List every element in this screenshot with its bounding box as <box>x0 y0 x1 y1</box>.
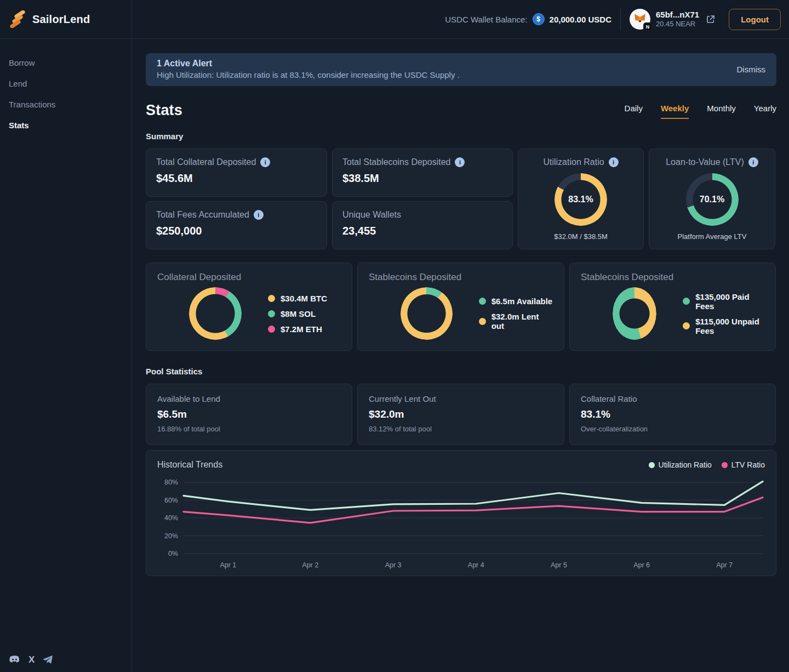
legend-dot <box>268 310 275 317</box>
near-badge: N <box>643 22 652 31</box>
period-tabs: Daily Weekly Monthly Yearly <box>625 104 776 119</box>
pool-caption: 16.88% of total pool <box>157 425 341 433</box>
sidebar: Borrow Lend Transactions Stats X <box>0 39 132 672</box>
stat-card-total-collateral: Total Collateral Deposited i $45.6M <box>146 149 327 197</box>
collateral-donut <box>189 287 242 340</box>
sidebar-social: X <box>9 655 53 664</box>
gauge-card-ltv: Loan-to-Value (LTV) i 70.1% Platform Ave… <box>649 149 775 249</box>
summary-heading: Summary <box>146 132 776 141</box>
gauge-percent: 83.1% <box>554 173 607 226</box>
pool-heading: Pool Statistics <box>146 367 776 376</box>
trend-legend: Utilization Ratio LTV Ratio <box>649 460 765 469</box>
page-title: Stats <box>146 102 182 119</box>
x-twitter-icon[interactable]: X <box>28 655 35 664</box>
donut-card-fees: Stablecoins Deposited $135,000 Paid Fees… <box>569 263 776 351</box>
svg-text:Apr 6: Apr 6 <box>633 561 650 569</box>
stat-value: $38.5M <box>342 172 502 185</box>
wallet-balance: USDC Wallet Balance: $ 20,000.00 USDC <box>445 13 611 25</box>
sailorlend-logo-icon <box>9 10 26 28</box>
trend-title: Historical Trends <box>157 460 222 470</box>
usdc-icon: $ <box>533 13 545 25</box>
sidebar-item-lend[interactable]: Lend <box>0 74 132 93</box>
sidebar-item-stats[interactable]: Stats <box>0 116 132 135</box>
discord-icon[interactable] <box>9 656 20 664</box>
donut-card-title: Collateral Deposited <box>157 272 341 283</box>
legend-label: $30.4M BTC <box>281 294 327 303</box>
stat-title: Total Collateral Deposited <box>156 157 256 167</box>
info-icon[interactable]: i <box>260 157 270 167</box>
info-icon[interactable]: i <box>455 157 465 167</box>
gauge-caption: Platform Average LTV <box>678 232 747 241</box>
trend-chart-svg: 0%20%40%60%80%Apr 1Apr 2Apr 3Apr 4Apr 5A… <box>157 474 765 572</box>
svg-text:Apr 2: Apr 2 <box>302 561 319 569</box>
metamask-avatar: N <box>630 9 650 30</box>
info-icon[interactable]: i <box>609 157 619 167</box>
legend-label: $8M SOL <box>281 309 316 318</box>
stats-header: Stats Daily Weekly Monthly Yearly <box>146 102 776 119</box>
topbar: SailorLend USDC Wallet Balance: $ 20,000… <box>0 0 789 39</box>
legend-dot <box>268 326 275 333</box>
donut-legend: $30.4M BTC $8M SOL $7.2M ETH <box>268 294 327 334</box>
stat-value: 23,455 <box>342 225 502 237</box>
legend-dot <box>683 298 690 305</box>
legend-dot <box>722 462 728 468</box>
sidebar-item-borrow[interactable]: Borrow <box>0 53 132 72</box>
brand-name: SailorLend <box>32 13 90 26</box>
stat-card-unique-wallets: Unique Wallets 23,455 <box>332 201 513 249</box>
account-box[interactable]: N 65bf...nX71 20.45 NEAR <box>630 9 716 30</box>
svg-text:Apr 4: Apr 4 <box>468 561 484 569</box>
sidebar-item-transactions[interactable]: Transactions <box>0 95 132 114</box>
gauge-title: Loan-to-Value (LTV) <box>666 157 744 167</box>
donut-legend: $135,000 Paid Fees $115,000 Unpaid Fees <box>683 292 764 335</box>
svg-text:20%: 20% <box>164 532 178 540</box>
tab-weekly[interactable]: Weekly <box>661 104 689 119</box>
donut-cards-row: Collateral Deposited $30.4M BTC $8M SOL <box>146 263 776 351</box>
legend-label: Utilization Ratio <box>659 460 712 469</box>
legend-dot <box>683 322 690 329</box>
donut-legend: $6.5m Available $32.0m Lent out <box>479 297 553 331</box>
legend-dot <box>649 462 655 468</box>
pool-value: $32.0m <box>369 408 553 420</box>
fees-donut <box>613 287 656 340</box>
stat-card-total-stablecoins: Total Stablecoins Deposited i $38.5M <box>332 149 513 197</box>
svg-text:Apr 1: Apr 1 <box>220 561 236 569</box>
alert-banner: 1 Active Alert High Utilization: Utiliza… <box>146 53 776 86</box>
stat-value: $45.6M <box>156 172 317 185</box>
legend-label: $32.0m Lent out <box>491 312 553 331</box>
telegram-icon[interactable] <box>43 655 53 664</box>
logout-button[interactable]: Logout <box>729 9 781 30</box>
account-address: 65bf...nX71 <box>656 10 699 20</box>
legend-label: LTV Ratio <box>731 460 765 469</box>
brand-logo-area[interactable]: SailorLend <box>0 0 132 38</box>
tab-daily[interactable]: Daily <box>625 104 643 119</box>
main-content: 1 Active Alert High Utilization: Utiliza… <box>132 39 789 672</box>
pool-grid: Available to Lend $6.5m 16.88% of total … <box>146 384 776 445</box>
legend-dot <box>479 318 486 325</box>
donut-card-title: Stablecoins Deposited <box>369 272 553 283</box>
svg-text:0%: 0% <box>168 550 178 557</box>
svg-text:60%: 60% <box>164 497 178 504</box>
donut-card-title: Stablecoins Deposited <box>581 272 764 283</box>
donut-card-collateral: Collateral Deposited $30.4M BTC $8M SOL <box>146 263 352 351</box>
external-link-icon[interactable] <box>706 14 716 24</box>
donut-card-stablecoins: Stablecoins Deposited $6.5m Available $3… <box>357 263 564 351</box>
topbar-divider <box>620 8 621 31</box>
info-icon[interactable]: i <box>748 157 758 167</box>
dismiss-button[interactable]: Dismiss <box>737 65 766 74</box>
pool-value: $6.5m <box>157 408 341 420</box>
pool-title: Available to Lend <box>157 394 341 403</box>
utilization-donut: 83.1% <box>554 173 607 226</box>
pool-caption: Over-collateralization <box>581 425 764 433</box>
legend-label: $135,000 Paid Fees <box>695 292 764 311</box>
pool-card-collateral-ratio: Collateral Ratio 83.1% Over-collateraliz… <box>569 384 776 445</box>
pool-value: 83.1% <box>581 408 764 420</box>
account-near-balance: 20.45 NEAR <box>656 20 699 29</box>
info-icon[interactable]: i <box>254 210 264 220</box>
stablecoins-donut <box>401 287 453 340</box>
tab-yearly[interactable]: Yearly <box>754 104 776 119</box>
legend-label: $6.5m Available <box>491 297 552 306</box>
tab-monthly[interactable]: Monthly <box>707 104 736 119</box>
legend-label: $7.2M ETH <box>281 324 322 334</box>
trend-card: Historical Trends Utilization Ratio LTV … <box>146 450 776 576</box>
legend-label: $115,000 Unpaid Fees <box>695 317 764 335</box>
